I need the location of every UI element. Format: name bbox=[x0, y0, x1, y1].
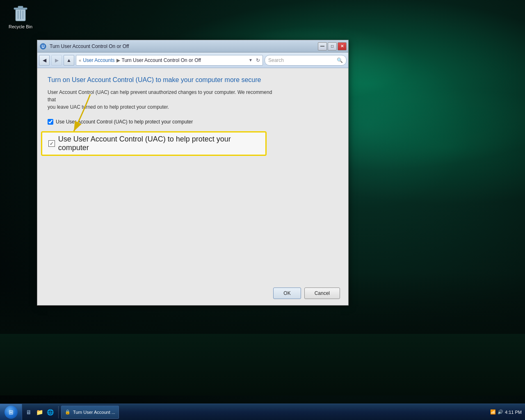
taskbar-separator bbox=[58, 406, 59, 418]
start-button[interactable]: ⊞ bbox=[0, 404, 22, 420]
nav-bar: ◀ ▶ ▲ « User Accounts ▶ Turn User Accoun… bbox=[37, 52, 348, 68]
up-button[interactable]: ▲ bbox=[64, 55, 74, 66]
minimize-button[interactable]: — bbox=[318, 42, 327, 50]
title-bar-controls: — □ ✕ bbox=[318, 42, 347, 50]
breadcrumb-dropdown[interactable]: ▼ bbox=[249, 58, 253, 62]
uac-checkbox[interactable] bbox=[48, 119, 53, 125]
title-bar: U Turn User Account Control On or Off — … bbox=[37, 40, 348, 52]
close-button[interactable]: ✕ bbox=[338, 42, 347, 50]
section-description: User Account Control (UAC) can help prev… bbox=[48, 89, 273, 111]
uac-checkbox-row: Use User Account Control (UAC) to help p… bbox=[48, 119, 338, 125]
start-orb-icon: ⊞ bbox=[5, 406, 18, 419]
recycle-bin-icon[interactable]: Recycle Bin bbox=[6, 4, 35, 29]
svg-rect-2 bbox=[18, 6, 23, 8]
taskbar-network-icon[interactable]: 📶 bbox=[490, 409, 496, 415]
taskbar-right: 📶 🔊 4:11 PM bbox=[487, 409, 525, 415]
search-placeholder: Search bbox=[268, 57, 335, 63]
window-icon: U bbox=[39, 42, 47, 50]
taskbar-icon-desktop[interactable]: 🖥 bbox=[24, 407, 34, 417]
search-icon[interactable]: 🔍 bbox=[337, 57, 343, 63]
uac-checkbox-label[interactable]: Use User Account Control (UAC) to help p… bbox=[56, 119, 193, 125]
cancel-button[interactable]: Cancel bbox=[304, 288, 340, 299]
back-button[interactable]: ◀ bbox=[39, 55, 50, 66]
taskbar-icon-browser[interactable]: 🌐 bbox=[45, 407, 55, 417]
taskbar-icon-folder[interactable]: 📁 bbox=[34, 407, 44, 417]
taskbar: ⊞ 🖥 📁 🌐 🔒 Turn User Account ... 📶 🔊 4:11… bbox=[0, 404, 525, 420]
search-bar[interactable]: Search 🔍 bbox=[265, 55, 347, 66]
taskbar-program-uac[interactable]: 🔒 Turn User Account ... bbox=[61, 406, 119, 419]
taskbar-icon-uac: 🔒 bbox=[65, 409, 71, 415]
window-title: Turn User Account Control On or Off bbox=[50, 43, 129, 49]
refresh-button[interactable]: ↻ bbox=[256, 57, 260, 63]
section-title: Turn on User Account Control (UAC) to ma… bbox=[48, 76, 338, 84]
desktop-water bbox=[0, 334, 525, 395]
uac-window: U Turn User Account Control On or Off — … bbox=[37, 40, 349, 306]
recycle-bin-graphic bbox=[12, 4, 29, 23]
recycle-bin-label: Recycle Bin bbox=[9, 24, 32, 29]
description-line1: User Account Control (UAC) can help prev… bbox=[48, 89, 272, 103]
breadcrumb-user-accounts[interactable]: User Accounts bbox=[83, 57, 114, 63]
svg-text:⊞: ⊞ bbox=[9, 409, 14, 415]
dialog-buttons: OK Cancel bbox=[37, 281, 348, 305]
svg-text:U: U bbox=[41, 44, 44, 49]
taskbar-clock[interactable]: 4:11 PM bbox=[505, 410, 522, 415]
window-content: Turn on User Account Control (UAC) to ma… bbox=[37, 68, 348, 281]
maximize-button[interactable]: □ bbox=[328, 42, 337, 50]
desktop: Recycle Bin U Turn User Account Control … bbox=[0, 0, 525, 420]
description-line2: you leave UAC turned on to help protect … bbox=[48, 104, 169, 110]
taskbar-sound-icon[interactable]: 🔊 bbox=[498, 409, 503, 415]
ok-button[interactable]: OK bbox=[273, 288, 301, 299]
forward-button[interactable]: ▶ bbox=[51, 55, 62, 66]
taskbar-program-label: Turn User Account ... bbox=[73, 410, 115, 415]
breadcrumb-current: Turn User Account Control On or Off bbox=[122, 57, 201, 63]
quick-launch: 🖥 📁 🌐 bbox=[22, 407, 57, 417]
breadcrumb-bar: « User Accounts ▶ Turn User Account Cont… bbox=[76, 55, 263, 66]
